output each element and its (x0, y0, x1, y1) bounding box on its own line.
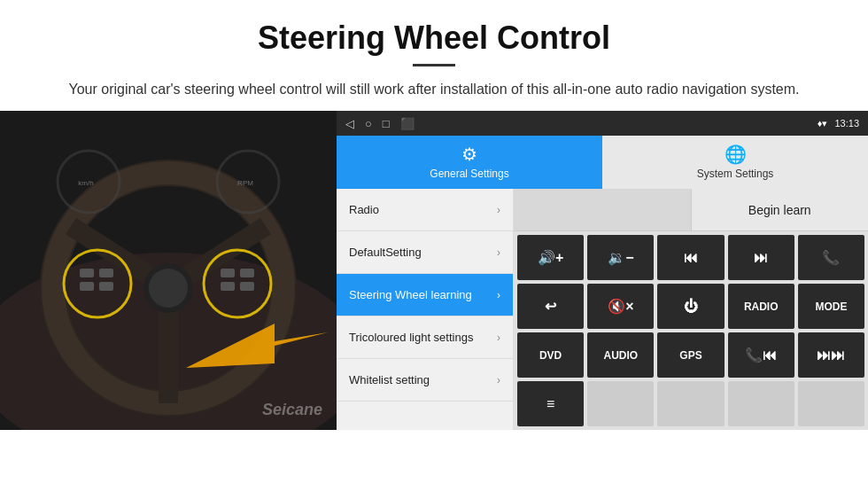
phone-answer-button[interactable]: 📞 (798, 235, 864, 280)
svg-rect-18 (240, 282, 254, 291)
dvd-label: DVD (539, 349, 562, 362)
svg-rect-11 (80, 269, 94, 277)
tab-system-label: System Settings (697, 168, 774, 180)
tab-general-settings[interactable]: ⚙ General Settings (337, 136, 602, 189)
svg-rect-16 (221, 282, 235, 291)
svg-point-8 (149, 269, 188, 308)
time-display: 13:13 (834, 118, 859, 129)
status-bar: ◁ ○ □ ⬛ ♦▾ 13:13 (337, 111, 868, 136)
chevron-icon-tricoloured: › (497, 332, 500, 344)
empty-btn-2 (657, 381, 724, 426)
gps-button[interactable]: GPS (657, 332, 724, 378)
chevron-icon-steering: › (497, 289, 500, 301)
btn-row-2: ↩ 🔇× ⏻ RADIO MO (517, 284, 864, 329)
menu-default-label: DefaultSetting (349, 246, 422, 260)
dvd-button[interactable]: DVD (517, 332, 584, 378)
empty-btn-1 (587, 381, 654, 426)
mode-button[interactable]: MODE (798, 284, 864, 329)
gps-label: GPS (679, 349, 701, 362)
chevron-icon-whitelist: › (497, 374, 500, 386)
menu-item-radio[interactable]: Radio › (337, 189, 513, 231)
menu-item-default[interactable]: DefaultSetting › (337, 231, 513, 274)
left-menu: Radio › DefaultSetting › Steering Wheel … (337, 189, 514, 430)
menu-whitelist-label: Whitelist setting (349, 373, 430, 387)
home-icon[interactable]: ○ (365, 117, 372, 130)
chevron-icon-default: › (497, 246, 500, 259)
skip-icon: ⏭⏭ (817, 347, 845, 363)
menu-tricoloured-label: Tricoloured light settings (349, 331, 473, 345)
tab-bar: ⚙ General Settings 🌐 System Settings (337, 136, 868, 189)
steering-wheel-svg: km/h RPM (0, 111, 337, 430)
vol-down-icon: 🔉− (608, 249, 633, 266)
begin-learn-button[interactable]: Begin learn (692, 189, 869, 230)
menu-item-whitelist[interactable]: Whitelist setting › (337, 359, 513, 402)
menu-steering-label: Steering Wheel learning (349, 288, 472, 302)
signal-icon: ♦▾ (818, 118, 828, 129)
hang-up-icon: ↩ (545, 298, 556, 315)
vol-up-button[interactable]: 🔊+ (517, 235, 584, 280)
page-container: Steering Wheel Control Your original car… (0, 0, 868, 430)
power-button[interactable]: ⏻ (657, 284, 724, 329)
chevron-icon-radio: › (497, 204, 500, 216)
menu-radio-label: Radio (349, 203, 379, 217)
btn-row-3: DVD AUDIO GPS 📞⏮ (517, 332, 864, 378)
btn-row-4: ≡ (517, 381, 864, 426)
radio-button[interactable]: RADIO (728, 284, 794, 329)
next-track-icon: ⏭ (754, 250, 768, 266)
menu-icon: ≡ (546, 396, 554, 412)
svg-rect-12 (80, 282, 94, 291)
button-grid: 🔊+ 🔉− ⏮ ⏭ 📞 (514, 231, 868, 430)
status-left: ◁ ○ □ ⬛ (345, 117, 415, 130)
hang-up-button[interactable]: ↩ (517, 284, 584, 329)
mute-icon: 🔇× (608, 298, 633, 315)
menu-btn[interactable]: ≡ (517, 381, 584, 426)
phone-answer-icon: 📞 (822, 249, 840, 266)
steering-bg: km/h RPM Seicane (0, 111, 337, 430)
main-content: Radio › DefaultSetting › Steering Wheel … (337, 189, 868, 430)
content-area: km/h RPM Seicane ◁ ○ □ ⬛ ♦▾ 13:13 (0, 111, 868, 430)
page-title: Steering Wheel Control (53, 20, 815, 57)
vol-down-button[interactable]: 🔉− (587, 235, 654, 280)
prev-track-button[interactable]: ⏮ (657, 235, 724, 280)
empty-display-box (514, 189, 692, 230)
seicane-watermark: Seicane (262, 401, 322, 419)
empty-btn-4 (798, 381, 864, 426)
right-panel: Begin learn 🔊+ 🔉− (514, 189, 868, 430)
svg-rect-17 (240, 269, 254, 277)
page-subtitle: Your original car's steering wheel contr… (53, 79, 815, 100)
svg-text:RPM: RPM (237, 179, 253, 187)
phone-prev-button[interactable]: 📞⏮ (728, 332, 794, 378)
power-icon: ⏻ (684, 299, 698, 315)
system-settings-icon: 🌐 (725, 144, 747, 165)
menu-item-tricoloured[interactable]: Tricoloured light settings › (337, 316, 513, 359)
btn-row-1: 🔊+ 🔉− ⏮ ⏭ 📞 (517, 235, 864, 280)
vol-up-icon: 🔊+ (538, 249, 563, 266)
recent-icon[interactable]: □ (383, 117, 390, 130)
android-panel: ◁ ○ □ ⬛ ♦▾ 13:13 ⚙ General Settings 🌐 (337, 111, 868, 430)
back-icon[interactable]: ◁ (345, 117, 354, 130)
general-settings-icon: ⚙ (461, 144, 477, 165)
tab-general-label: General Settings (430, 168, 508, 180)
svg-rect-14 (99, 282, 113, 291)
svg-point-10 (204, 250, 271, 317)
audio-label: AUDIO (603, 349, 638, 362)
svg-point-9 (64, 250, 131, 317)
steering-image: km/h RPM Seicane (0, 111, 337, 430)
prev-track-icon: ⏮ (684, 250, 698, 266)
svg-rect-13 (99, 269, 113, 277)
status-right: ♦▾ 13:13 (818, 118, 859, 129)
phone-prev-icon: 📞⏮ (745, 347, 777, 363)
menu-item-steering[interactable]: Steering Wheel learning › (337, 274, 513, 316)
top-row: Begin learn (514, 189, 868, 231)
svg-text:km/h: km/h (78, 179, 93, 187)
skip-button[interactable]: ⏭⏭ (798, 332, 864, 378)
mute-button[interactable]: 🔇× (587, 284, 654, 329)
title-divider (413, 64, 455, 66)
header-section: Steering Wheel Control Your original car… (0, 0, 868, 111)
empty-btn-3 (728, 381, 794, 426)
screenshot-icon[interactable]: ⬛ (400, 117, 415, 130)
next-track-button[interactable]: ⏭ (728, 235, 794, 280)
audio-button[interactable]: AUDIO (587, 332, 654, 378)
tab-system-settings[interactable]: 🌐 System Settings (602, 136, 868, 189)
svg-rect-15 (221, 269, 235, 277)
